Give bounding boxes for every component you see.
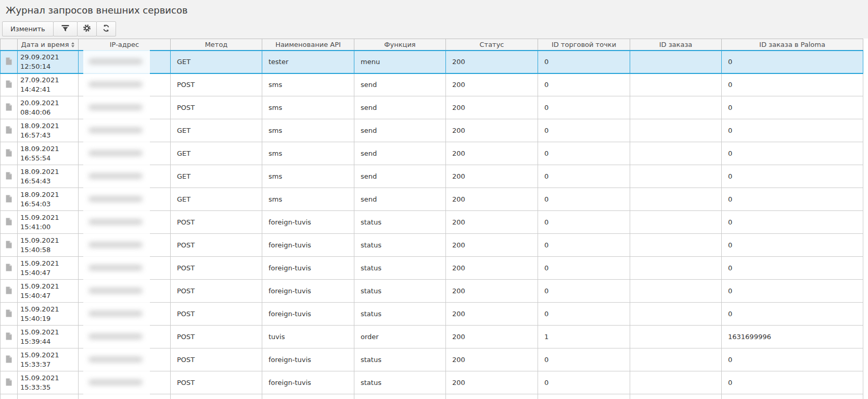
cell-order-id[interactable] [630, 326, 722, 348]
cell-function[interactable]: send [354, 96, 446, 119]
cell-ip[interactable] [79, 303, 171, 326]
table-row[interactable]: 15.09.2021 15:40:47 POST foreign-tuvis s… [1, 257, 863, 280]
cell-ip[interactable] [79, 234, 171, 257]
cell-order-id[interactable] [630, 394, 722, 399]
cell-ip[interactable] [79, 96, 171, 119]
cell-datetime[interactable]: 15.09.2021 15:33:35 [18, 371, 79, 394]
cell-api[interactable]: sms [262, 73, 354, 96]
cell-api[interactable]: sms [262, 96, 354, 119]
cell-datetime[interactable]: 29.09.2021 12:50:14 [18, 51, 79, 73]
cell-method[interactable]: GET [171, 119, 262, 142]
cell-ip[interactable] [79, 348, 171, 371]
cell-icon[interactable] [1, 371, 18, 394]
table-row[interactable]: 15.09.2021 15:33:35 POST foreign-tuvis s… [1, 371, 863, 394]
column-header-datetime[interactable]: Дата и время [18, 39, 79, 51]
cell-status[interactable]: 200 [446, 326, 538, 348]
cell-ip[interactable] [79, 73, 171, 96]
cell-order-id[interactable] [630, 73, 722, 96]
cell-api[interactable] [262, 394, 354, 399]
cell-method[interactable]: POST [171, 211, 262, 234]
cell-ip[interactable] [79, 326, 171, 348]
cell-paloma-id[interactable]: 0 [722, 234, 863, 257]
cell-function[interactable]: send [354, 119, 446, 142]
cell-function[interactable]: send [354, 188, 446, 211]
cell-icon[interactable] [1, 51, 18, 73]
cell-shop-id[interactable]: 0 [538, 165, 630, 188]
cell-icon[interactable] [1, 165, 18, 188]
filter-button[interactable] [53, 21, 78, 36]
column-header-status[interactable]: Статус [446, 39, 538, 51]
cell-status[interactable]: 200 [446, 51, 538, 73]
cell-datetime[interactable]: 18.09.2021 16:57:43 [18, 119, 79, 142]
cell-icon[interactable] [1, 188, 18, 211]
cell-order-id[interactable] [630, 257, 722, 280]
cell-api[interactable]: tester [262, 51, 354, 73]
cell-method[interactable]: POST [171, 371, 262, 394]
cell-function[interactable]: menu [354, 51, 446, 73]
cell-datetime[interactable]: 18.09.2021 16:55:54 [18, 142, 79, 165]
cell-order-id[interactable] [630, 165, 722, 188]
edit-button[interactable]: Изменить [2, 21, 54, 36]
cell-method[interactable]: GET [171, 165, 262, 188]
cell-icon[interactable] [1, 73, 18, 96]
table-row[interactable] [1, 394, 863, 399]
cell-datetime[interactable]: 15.09.2021 15:40:47 [18, 257, 79, 280]
cell-datetime[interactable]: 15.09.2021 15:33:37 [18, 348, 79, 371]
cell-status[interactable]: 200 [446, 371, 538, 394]
cell-method[interactable]: GET [171, 188, 262, 211]
column-header-shop-id[interactable]: ID торговой точки [538, 39, 630, 51]
cell-paloma-id[interactable]: 0 [722, 165, 863, 188]
cell-api[interactable]: sms [262, 165, 354, 188]
cell-datetime[interactable] [18, 394, 79, 399]
settings-button[interactable] [77, 21, 97, 36]
cell-api[interactable]: foreign-tuvis [262, 257, 354, 280]
cell-method[interactable]: GET [171, 142, 262, 165]
cell-paloma-id[interactable]: 0 [722, 73, 863, 96]
cell-status[interactable]: 200 [446, 188, 538, 211]
table-row[interactable]: 20.09.2021 08:40:06 POST sms send 200 0 … [1, 96, 863, 119]
cell-paloma-id[interactable]: 0 [722, 119, 863, 142]
cell-function[interactable]: status [354, 280, 446, 303]
cell-function[interactable]: status [354, 303, 446, 326]
column-header-method[interactable]: Метод [171, 39, 262, 51]
cell-order-id[interactable] [630, 371, 722, 394]
cell-api[interactable]: sms [262, 188, 354, 211]
column-header-order-id[interactable]: ID заказа [630, 39, 722, 51]
cell-datetime[interactable]: 15.09.2021 15:40:47 [18, 280, 79, 303]
cell-shop-id[interactable]: 0 [538, 280, 630, 303]
cell-shop-id[interactable] [538, 394, 630, 399]
cell-method[interactable]: POST [171, 73, 262, 96]
cell-status[interactable]: 200 [446, 96, 538, 119]
cell-method[interactable] [171, 394, 262, 399]
refresh-button[interactable] [96, 21, 116, 36]
cell-status[interactable]: 200 [446, 234, 538, 257]
cell-datetime[interactable]: 18.09.2021 16:54:03 [18, 188, 79, 211]
cell-paloma-id[interactable]: 0 [722, 280, 863, 303]
table-row[interactable]: 15.09.2021 15:33:37 POST foreign-tuvis s… [1, 348, 863, 371]
cell-paloma-id[interactable]: 0 [722, 371, 863, 394]
cell-method[interactable]: GET [171, 51, 262, 73]
cell-icon[interactable] [1, 303, 18, 326]
cell-method[interactable]: POST [171, 96, 262, 119]
cell-shop-id[interactable]: 1 [538, 326, 630, 348]
cell-shop-id[interactable]: 0 [538, 119, 630, 142]
cell-icon[interactable] [1, 348, 18, 371]
cell-status[interactable]: 200 [446, 348, 538, 371]
cell-api[interactable]: sms [262, 119, 354, 142]
cell-api[interactable]: foreign-tuvis [262, 371, 354, 394]
cell-paloma-id[interactable]: 0 [722, 348, 863, 371]
cell-function[interactable]: status [354, 211, 446, 234]
table-row[interactable]: 18.09.2021 16:54:03 GET sms send 200 0 0 [1, 188, 863, 211]
cell-order-id[interactable] [630, 142, 722, 165]
cell-paloma-id[interactable]: 0 [722, 303, 863, 326]
cell-status[interactable] [446, 394, 538, 399]
cell-icon[interactable] [1, 394, 18, 399]
cell-icon[interactable] [1, 142, 18, 165]
cell-ip[interactable] [79, 119, 171, 142]
cell-api[interactable]: foreign-tuvis [262, 234, 354, 257]
cell-function[interactable]: status [354, 371, 446, 394]
cell-status[interactable]: 200 [446, 142, 538, 165]
cell-function[interactable]: status [354, 257, 446, 280]
cell-api[interactable]: sms [262, 142, 354, 165]
cell-ip[interactable] [79, 51, 171, 73]
